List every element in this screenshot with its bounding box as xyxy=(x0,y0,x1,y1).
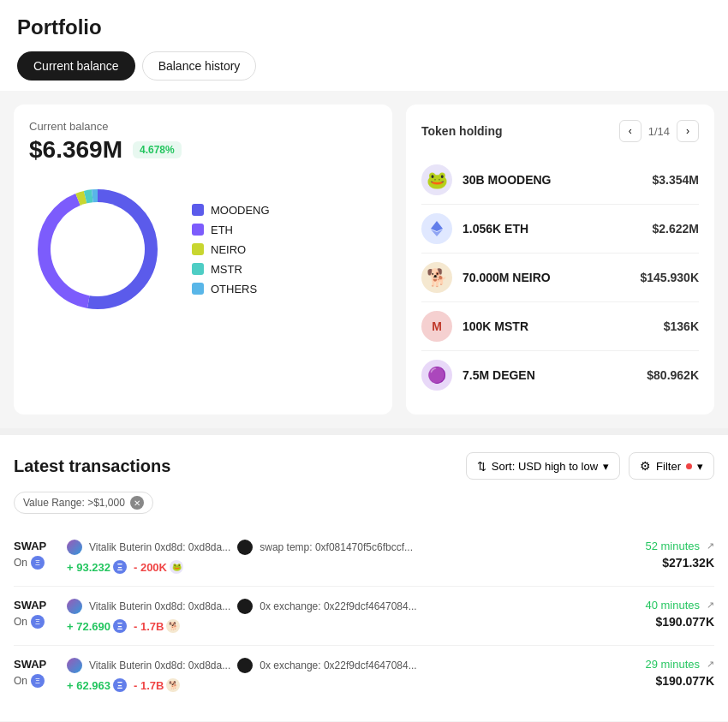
tx-network-1: On Ξ xyxy=(14,615,57,629)
tx-minus-2: - 1.7B 🐕 xyxy=(134,678,180,692)
pagination-next-button[interactable]: › xyxy=(677,120,699,142)
section-divider xyxy=(0,428,728,435)
token-pagination: ‹ 1/14 › xyxy=(619,120,699,142)
tx-row-2: SWAP On Ξ Vitalik Buterin 0xd8d: 0xd8da.… xyxy=(14,646,714,704)
legend-moodeng: MOODENG xyxy=(192,204,270,217)
chart-area: MOODENG ETH NEIRO MSTR xyxy=(29,181,377,318)
token-icon-moodeng: 🐸 xyxy=(421,164,452,195)
tx-addresses-0: Vitalik Buterin 0xd8d: 0xd8da... swap te… xyxy=(67,540,627,555)
tx-tokens-2: + 62.963 Ξ - 1.7B 🐕 xyxy=(67,678,627,692)
tx-left-1: SWAP On Ξ xyxy=(14,599,57,629)
tx-left-2: SWAP On Ξ xyxy=(14,658,57,688)
tx-middle-2: Vitalik Buterin 0xd8d: 0xd8da... 0x exch… xyxy=(67,658,627,692)
from-avatar-0 xyxy=(67,540,82,555)
ext-link-icon-1[interactable]: ↗ xyxy=(707,600,714,611)
from-avatar-1 xyxy=(67,599,82,614)
filter-tag-value-range: Value Range: >$1,000 ✕ xyxy=(14,492,153,514)
tx-time-0: 52 minutes ↗ xyxy=(637,540,714,552)
filter-tag-remove-button[interactable]: ✕ xyxy=(130,496,144,510)
tx-type-1: SWAP xyxy=(14,599,57,612)
svg-point-6 xyxy=(63,215,132,283)
tx-usd-2: $190.077K xyxy=(637,674,714,688)
token-row-mstr: M 100K MSTR $136K xyxy=(421,302,699,351)
token-amount-moodeng: 30B MOODENG xyxy=(462,173,551,187)
tx-middle-1: Vitalik Buterin 0xd8d: 0xd8da... 0x exch… xyxy=(67,599,627,633)
tx-top-2: SWAP On Ξ Vitalik Buterin 0xd8d: 0xd8da.… xyxy=(14,658,714,692)
sort-button[interactable]: ⇅ Sort: USD high to low ▾ xyxy=(466,452,620,480)
token-amount-degen: 7.5M DEGEN xyxy=(462,368,535,382)
svg-marker-7 xyxy=(431,221,443,231)
tx-middle-0: Vitalik Buterin 0xd8d: 0xd8da... swap te… xyxy=(67,540,627,574)
legend-others: OTHERS xyxy=(192,283,270,295)
token-value-neiro: $145.930K xyxy=(640,271,699,284)
tx-plus-icon-2: Ξ xyxy=(113,678,127,692)
page-title: Portfolio xyxy=(17,15,711,39)
filter-button[interactable]: ⚙ Filter ▾ xyxy=(629,452,714,480)
tx-minus-1: - 1.7B 🐕 xyxy=(134,619,180,633)
tx-to-2: 0x exchange: 0x22f9dcf4647084... xyxy=(260,659,416,671)
tx-tokens-1: + 72.690 Ξ - 1.7B 🐕 xyxy=(67,619,627,633)
transactions-title: Latest transactions xyxy=(14,456,170,476)
to-avatar-2 xyxy=(237,658,253,673)
tx-controls: ⇅ Sort: USD high to low ▾ ⚙ Filter ▾ xyxy=(466,452,714,480)
legend-label-eth: ETH xyxy=(211,224,233,236)
tx-from-1: Vitalik Buterin 0xd8d: 0xd8da... xyxy=(89,600,230,612)
transactions-header: Latest transactions ⇅ Sort: USD high to … xyxy=(14,452,714,480)
legend-neiro: NEIRO xyxy=(192,243,270,256)
token-row-moodeng: 🐸 30B MOODENG $3.354M xyxy=(421,156,699,205)
tx-network-label-1: On xyxy=(14,616,27,628)
token-holdings-panel: Token holding ‹ 1/14 › 🐸 30B MOODENG $3.… xyxy=(406,104,714,415)
tx-minus-amount-0: - 200K xyxy=(134,561,167,574)
tx-plus-icon-0: Ξ xyxy=(113,560,127,574)
filter-active-dot xyxy=(686,463,692,469)
legend-eth: ETH xyxy=(192,224,270,236)
token-header: Token holding ‹ 1/14 › xyxy=(421,120,699,142)
tx-addresses-2: Vitalik Buterin 0xd8d: 0xd8da... 0x exch… xyxy=(67,658,627,673)
tx-type-2: SWAP xyxy=(14,658,57,671)
pagination-prev-button[interactable]: ‹ xyxy=(619,120,641,142)
chart-legend: MOODENG ETH NEIRO MSTR xyxy=(192,204,270,295)
token-row-eth: 1.056K ETH $2.622M xyxy=(421,205,699,254)
tab-current-balance[interactable]: Current balance xyxy=(17,51,135,81)
tx-plus-1: + 72.690 Ξ xyxy=(67,619,127,633)
tx-usd-1: $190.077K xyxy=(637,615,714,629)
tx-plus-0: + 93.232 Ξ xyxy=(67,560,127,574)
tx-time-1: 40 minutes ↗ xyxy=(637,599,714,612)
ext-link-icon-0[interactable]: ↗ xyxy=(707,540,714,552)
transactions-section: Latest transactions ⇅ Sort: USD high to … xyxy=(0,435,728,721)
token-info-degen: 7.5M DEGEN xyxy=(462,368,647,382)
token-icon-eth xyxy=(421,213,452,244)
tx-minus-icon-2: 🐕 xyxy=(166,678,180,692)
token-info-eth: 1.056K ETH xyxy=(462,222,653,236)
tx-network-0: On Ξ xyxy=(14,556,57,570)
legend-color-neiro xyxy=(192,243,204,255)
tx-minus-icon-1: 🐕 xyxy=(166,619,180,633)
tx-plus-icon-1: Ξ xyxy=(113,619,127,633)
tab-balance-history[interactable]: Balance history xyxy=(142,51,257,81)
tx-right-1: 40 minutes ↗ $190.077K xyxy=(637,599,714,629)
legend-color-eth xyxy=(192,224,204,236)
ext-link-icon-2[interactable]: ↗ xyxy=(707,659,714,670)
tx-tokens-0: + 93.232 Ξ - 200K 🐸 xyxy=(67,560,627,574)
pagination-indicator: 1/14 xyxy=(648,125,670,138)
token-amount-mstr: 100K MSTR xyxy=(462,319,528,333)
eth-network-icon-0: Ξ xyxy=(31,556,45,570)
balance-label: Current balance xyxy=(29,120,377,133)
tx-plus-2: + 62.963 Ξ xyxy=(67,678,127,692)
token-info-moodeng: 30B MOODENG xyxy=(462,173,653,187)
tx-plus-amount-1: + 72.690 xyxy=(67,620,110,633)
legend-label-others: OTHERS xyxy=(211,283,257,295)
tx-minus-amount-2: - 1.7B xyxy=(134,679,164,692)
tx-plus-amount-0: + 93.232 xyxy=(67,561,110,574)
filter-tag-label: Value Range: >$1,000 xyxy=(23,497,125,509)
token-info-neiro: 70.000M NEIRO xyxy=(462,271,640,284)
page-header: Portfolio Current balance Balance histor… xyxy=(0,0,728,91)
tx-to-0: swap temp: 0xf081470f5c6fbccf... xyxy=(260,541,413,553)
filter-icon: ⚙ xyxy=(640,459,651,473)
tx-from-0: Vitalik Buterin 0xd8d: 0xd8da... xyxy=(89,541,230,553)
main-content: Current balance $6.369M 4.678% xyxy=(0,91,728,428)
legend-color-others xyxy=(192,283,204,295)
legend-color-moodeng xyxy=(192,204,204,216)
legend-label-moodeng: MOODENG xyxy=(211,204,270,217)
balance-panel: Current balance $6.369M 4.678% xyxy=(14,104,392,415)
